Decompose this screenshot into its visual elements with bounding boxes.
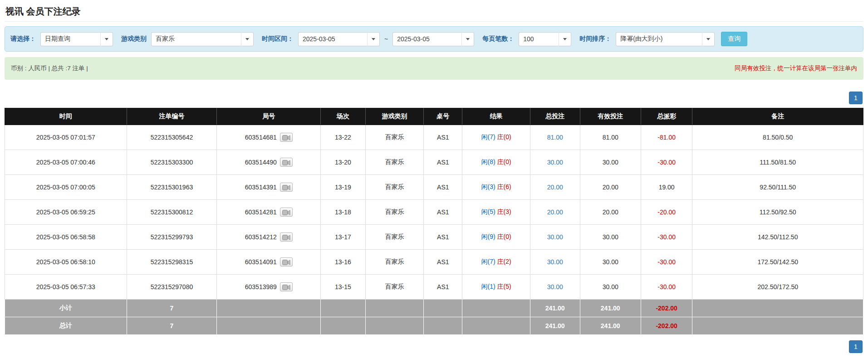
subtotal-row: 小计 7 241.00 241.00 -202.00: [5, 300, 863, 317]
payout-cell: -30.00: [641, 250, 692, 275]
total-bet-cell: 30.00: [530, 150, 580, 175]
result-cell: 闲(3) 庄(6): [462, 175, 530, 200]
per-page-input[interactable]: [519, 32, 559, 46]
view-video-button[interactable]: [280, 208, 293, 217]
round-cell: 603514212: [217, 225, 321, 250]
chevron-down-icon: [372, 38, 375, 40]
bet-id-cell: 522315300812: [127, 200, 217, 225]
payout-value: -30.00: [657, 233, 676, 241]
player-result: 闲(7): [481, 133, 495, 140]
note-text: 同局有效投注，统一计算在该局第一张注单内: [735, 64, 857, 73]
time-range-label: 时间区间：: [262, 35, 294, 43]
valid-bet-cell: 30.00: [580, 275, 641, 300]
game-type-dropdown-button[interactable]: [241, 32, 254, 46]
subtotal-total-bet: 241.00: [530, 300, 580, 317]
view-video-button[interactable]: [280, 282, 293, 291]
payout-value: -30.00: [657, 258, 676, 266]
view-video-button[interactable]: [280, 158, 293, 167]
total-valid-bet: 241.00: [580, 317, 641, 335]
session-cell: 13-20: [321, 150, 365, 175]
view-video-button[interactable]: [280, 133, 293, 142]
round-number: 603514091: [245, 258, 277, 266]
chevron-down-icon: [466, 38, 470, 40]
total-bet-link[interactable]: 30.00: [547, 258, 563, 266]
banker-result: 庄(5): [497, 283, 511, 290]
round-number: 603514681: [245, 134, 277, 141]
remark-cell: 81.50/0.50: [692, 125, 863, 150]
date-from-dropdown-button[interactable]: [367, 32, 380, 46]
date-from-combo: [298, 32, 380, 46]
valid-bet-cell: 30.00: [580, 250, 641, 275]
date-to-dropdown-button[interactable]: [461, 32, 474, 46]
page-button[interactable]: 1: [849, 92, 863, 104]
total-bet-link[interactable]: 30.00: [547, 159, 563, 166]
date-to-input[interactable]: [392, 32, 461, 46]
sort-dropdown-button[interactable]: [702, 32, 715, 46]
payout-cell: -20.00: [641, 200, 692, 225]
round-cell: 603514091: [217, 250, 321, 275]
time-cell: 2025-03-05 07:00:05: [5, 175, 127, 200]
result-cell: 闲(7) 庄(2): [462, 250, 530, 275]
remark-cell: 202.50/172.50: [692, 275, 863, 300]
session-cell: 13-22: [321, 125, 365, 150]
game-type-input[interactable]: [151, 32, 241, 46]
select-type-input[interactable]: [40, 32, 100, 46]
view-video-button[interactable]: [280, 232, 293, 242]
subtotal-count: 7: [127, 300, 217, 317]
banker-result: 庄(0): [497, 233, 511, 240]
total-bet-link[interactable]: 30.00: [547, 283, 563, 290]
session-cell: 13-17: [321, 225, 365, 250]
date-from-input[interactable]: [298, 32, 367, 46]
round-cell: 603514681: [217, 125, 321, 150]
remark-cell: 92.50/111.50: [692, 175, 863, 200]
round-cell: 603514281: [217, 200, 321, 225]
sort-label: 时间排序：: [579, 35, 611, 43]
per-page-dropdown-button[interactable]: [559, 32, 571, 46]
subtotal-payout: -202.00: [641, 300, 692, 317]
round-cell: 603514490: [217, 150, 321, 175]
game-cell: 百家乐: [365, 150, 424, 175]
remark-cell: 111.50/81.50: [692, 150, 863, 175]
view-video-button[interactable]: [280, 183, 293, 192]
player-result: 闲(7): [481, 258, 495, 265]
result-cell: 闲(5) 庄(3): [462, 200, 530, 225]
time-cell: 2025-03-05 06:57:33: [5, 275, 127, 300]
table-row: 2025-03-05 07:01:57 522315305642 6035146…: [5, 125, 863, 150]
view-video-button[interactable]: [280, 257, 293, 266]
select-type-dropdown-button[interactable]: [100, 32, 113, 46]
subtotal-label: 小计: [5, 300, 127, 317]
round-cell: 603514391: [217, 175, 321, 200]
subtotal-valid-bet: 241.00: [580, 300, 641, 317]
video-camera-icon: [282, 234, 290, 241]
total-bet-link[interactable]: 81.00: [547, 134, 563, 141]
page: 视讯 会员下注纪录 请选择： 游戏类别 时间区间： ~ 每页笔数： 时间排序：: [0, 0, 868, 363]
game-type-label: 游戏类别: [121, 35, 147, 43]
total-bet-link[interactable]: 30.00: [547, 233, 563, 241]
table-row: 2025-03-05 06:57:33 522315297080 6035139…: [5, 275, 863, 300]
chevron-down-icon: [563, 38, 567, 40]
col-header-valid-bet: 有效投注: [580, 108, 641, 125]
bet-id-cell: 522315298315: [127, 250, 217, 275]
page-button[interactable]: 1: [849, 340, 863, 353]
total-total-bet: 241.00: [530, 317, 580, 335]
date-to-combo: [392, 32, 474, 46]
total-label: 总计: [5, 317, 127, 335]
select-type-label: 请选择：: [10, 35, 36, 43]
payout-value: 19.00: [659, 184, 675, 191]
col-header-bet-id: 注单编号: [127, 108, 217, 125]
player-result: 闲(1): [481, 283, 495, 290]
total-bet-link[interactable]: 20.00: [547, 184, 563, 191]
session-cell: 13-16: [321, 250, 365, 275]
bet-id-cell: 522315301963: [127, 175, 217, 200]
col-header-session: 场次: [321, 108, 365, 125]
result-cell: 闲(7) 庄(0): [462, 125, 530, 150]
total-row: 总计 7 241.00 241.00 -202.00: [5, 317, 863, 335]
game-cell: 百家乐: [365, 250, 424, 275]
total-bet-link[interactable]: 20.00: [547, 208, 563, 216]
payout-value: -20.00: [657, 208, 676, 216]
summary-bar: 币别 : 人民币 | 总共 :7 注单 | 同局有效投注，统一计算在该局第一张注…: [5, 57, 863, 80]
search-button[interactable]: 查询: [721, 32, 747, 46]
video-camera-icon: [282, 284, 290, 290]
sort-input[interactable]: [616, 32, 702, 46]
col-header-remark: 备注: [692, 108, 863, 125]
